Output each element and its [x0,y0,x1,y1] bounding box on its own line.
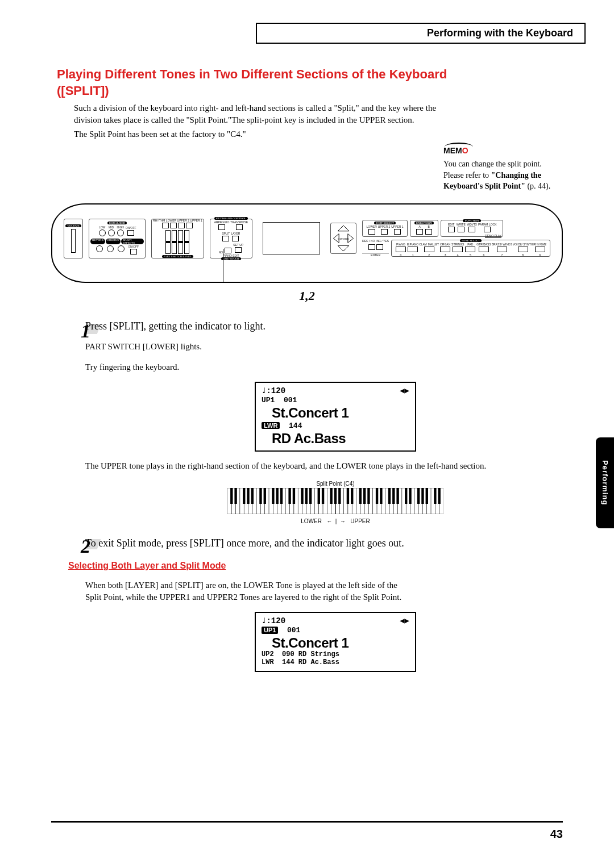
svg-rect-83 [380,488,382,504]
label-onoff-2: ON/OFF [128,245,139,248]
step-1-number: 1 [81,320,90,342]
svg-rect-72 [318,488,320,504]
label-keyboardcontrol: KEYBOARD CONTROL [214,217,248,220]
memo-text-1: You can change the split point. [443,158,574,170]
svg-rect-63 [264,488,266,504]
label-tone-pad: PAD [464,243,476,246]
svg-rect-66 [280,488,283,504]
section-title: Playing Different Tones in Two Different… [57,66,455,99]
svg-rect-71 [309,488,312,504]
svg-rect-59 [243,488,245,504]
label-expansion: EXPANSION [414,222,434,224]
label-num-4: 4 [451,253,464,257]
lcd2-tempo: ♩:120 [262,616,285,625]
lcd2-arrows: ◀▶ [400,616,409,625]
step-1-block: 1 Press [SPLIT], getting the indicator t… [28,320,586,524]
label-demoplay: DEMO PLAY [485,234,501,238]
lcd1-up1name: St.Concert 1 [272,405,409,421]
label-tone-epiano: E.PIANO [407,243,418,246]
label-multieffects: MULTI EFFECTS [121,239,144,244]
panel-tone-select: TONE SELECT PIANO0 E.PIANO1 CLAV/ MALLET… [391,240,550,257]
label-midi: MIDI/TX [467,223,477,226]
section-para-1: Such a division of the keyboard into rig… [74,102,455,126]
svg-rect-61 [251,488,254,504]
memo-text-2c: (p. 44). [525,182,550,190]
label-tone-rhy: RHY/GM2 [533,243,546,246]
svg-rect-62 [259,488,262,504]
label-split: SPLIT [222,232,230,235]
label-transpose: TRANSPOSE [230,220,248,224]
label-tone-clav: CLAV/ MALLET [419,243,439,246]
label-b: B [425,225,433,228]
lcd1-lwrnum: 144 [289,422,302,430]
svg-rect-78 [351,488,353,504]
label-layer: LAYER [231,232,240,235]
label-tone-strings: STRINGS [451,243,464,246]
kb-arrow-right-icon: → [340,518,346,524]
lcd1-lwrname: RD Ac.Bass [272,431,409,446]
svg-rect-77 [347,488,349,504]
svg-rect-91 [426,488,428,504]
footer-rule [51,821,563,823]
label-upper2: UPPER 2 [378,225,390,228]
keyboard-split-diagram: Split Point (C4) LOWER ← | → UPPER [227,481,443,524]
label-tone-brass: BRASS/ WINDS [492,243,512,246]
label-num-2: 2 [419,253,439,257]
memo-accent: O [462,146,468,155]
lcd2-lwrline: 144 RD Ac.Bass [282,658,339,666]
label-enter: ENTER [362,253,389,257]
label-num-9: 9 [533,253,546,257]
label-lower: LOWER [366,225,376,228]
panel-function: FUNCTION EDIT WRITE MIDI/TX PARAM LOCK D… [441,220,503,237]
panel-part-select: PART SELECT LOWER UPPER 2 UPPER 1 [362,220,408,237]
lcd-display-1: ♩:120 ◀▶ UP1 001 St.Concert 1 LWR 144 RD… [255,382,416,452]
label-upper1: UPPER 1 [391,225,403,228]
svg-marker-0 [338,226,349,231]
section-para-2: The Split Point has been set at the fact… [74,128,455,140]
panel-part-switch: RHYTHM LOWER UPPER 2 UPPER 1 PART SWITCH… [151,219,204,258]
label-partswitch: PART SWITCH/LEVEL [162,255,194,258]
label-edit: EDIT [447,223,455,226]
sub-section-heading: Selecting Both Layer and Split Mode [68,561,586,571]
svg-rect-67 [288,488,291,504]
memo-icon: MEMO [443,146,468,155]
label-equalizer: EQUALIZER [107,222,127,224]
svg-rect-73 [322,488,324,504]
side-tab: Performing [596,437,614,528]
panel-keyboard-control: KEYBOARD CONTROL ARPEGGIOTRANSPOSE SPLIT… [210,219,252,258]
svg-rect-88 [409,488,411,504]
label-tone-voice: VOICE/ SYNTH [513,243,533,246]
panel-callout: 1,2 [28,289,586,303]
lcd2-up1-tag: UP1 [262,627,278,634]
label-high: HIGH [117,226,125,229]
step-1-sub1: PART SWITCH [LOWER] lights. [85,341,586,353]
step-2-instruction: To exit Split mode, press [SPLIT] once m… [85,536,586,551]
svg-rect-87 [405,488,407,504]
svg-rect-84 [388,488,391,504]
memo-text-2a: Please refer to [443,171,491,180]
kb-label-lower: LOWER [301,518,322,524]
instrument-panel-diagram: VOLUME EQUALIZER LOW MID HIGH ON/OFF REV… [51,203,563,283]
main-column: Playing Different Tones in Two Different… [74,66,455,143]
panel-cursor: CURSOR [330,223,356,254]
panel-lcd [263,222,320,254]
label-num-5: 5 [464,253,476,257]
panel-equalizer: EQUALIZER LOW MID HIGH ON/OFF REVERB CHO… [89,219,146,258]
lcd2-up1num: 001 [287,626,300,635]
label-tone-organ: ORGAN [439,243,451,246]
panel-expansion: EXPANSION A B [410,220,438,237]
label-tone-gtrbass: GTR/BASS [476,243,491,246]
label-onoff: ON/OFF [126,226,136,229]
label-volume: VOLUME [65,224,81,227]
svg-rect-86 [396,488,399,504]
label-num-1: 1 [407,253,418,257]
step-2-block: 2 To exit Split mode, press [SPLIT] once… [28,536,586,553]
sub-section-para: When both [LAYER] and [SPLIT] are on, th… [85,579,404,603]
lcd2-up2: UP2 [262,650,274,658]
label-num-8: 8 [513,253,533,257]
label-function: FUNCTION [463,219,480,222]
svg-rect-85 [392,488,395,504]
label-num-0: 0 [395,253,406,257]
label-chorus: CHORUS [106,239,121,244]
svg-rect-80 [363,488,366,504]
